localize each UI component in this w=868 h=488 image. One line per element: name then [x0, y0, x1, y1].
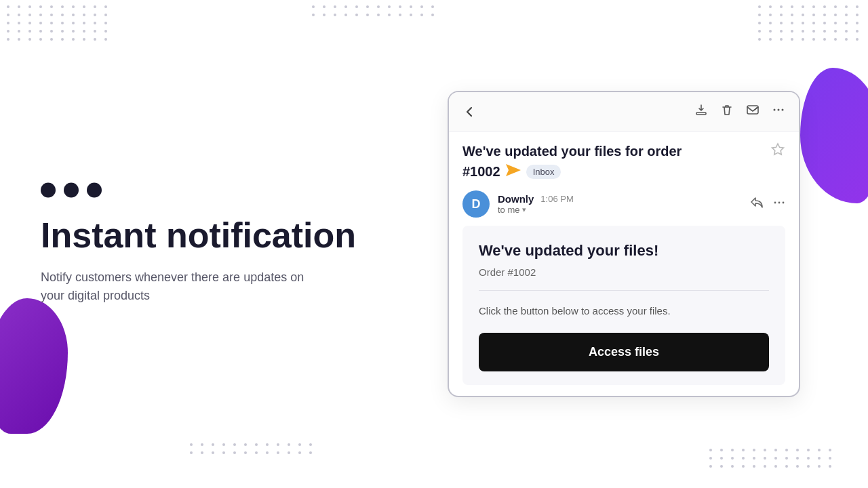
svg-marker-5 [506, 164, 521, 176]
dots-bottom-right [709, 449, 834, 468]
sender-actions [750, 197, 785, 212]
sender-info: Downly 1:06 PM to me ▾ [498, 193, 574, 215]
sender-name: Downly [498, 193, 534, 205]
dots-bottom-middle [190, 443, 315, 454]
big-dot-3 [87, 182, 102, 197]
sender-more-icon[interactable] [773, 197, 785, 212]
svg-rect-1 [747, 106, 758, 114]
back-button[interactable] [462, 105, 476, 119]
sub-text: Notify customers whenever there are upda… [41, 269, 326, 306]
dots-top-left [7, 5, 110, 41]
svg-point-3 [778, 109, 780, 111]
svg-rect-0 [696, 113, 706, 115]
inbox-badge: Inbox [526, 165, 561, 179]
email-card: We've updated your files for order #1002… [448, 91, 800, 397]
dots-top-middle [312, 5, 437, 16]
sender-time: 1:06 PM [540, 194, 573, 204]
svg-point-4 [782, 109, 784, 111]
blob-left [0, 298, 68, 434]
order-number: #1002 [462, 164, 500, 180]
dots-top-right [758, 5, 861, 41]
main-heading: Instant notification [41, 216, 380, 255]
avatar: D [462, 190, 490, 218]
star-icon[interactable] [770, 142, 785, 161]
email-body-description: Click the button below to access your fi… [479, 303, 769, 319]
subject-title: We've updated your files for order [462, 142, 770, 160]
sender-name-row: Downly 1:06 PM [498, 193, 574, 205]
forward-icon[interactable] [746, 103, 760, 120]
download-icon[interactable] [694, 103, 708, 120]
sender-left: D Downly 1:06 PM to me ▾ [462, 190, 574, 218]
blob-right [800, 68, 868, 203]
more-icon[interactable] [772, 103, 785, 120]
svg-point-2 [774, 109, 776, 111]
email-body-title: We've updated your files! [479, 242, 769, 260]
trash-icon[interactable] [720, 103, 734, 120]
big-dot-1 [41, 182, 56, 197]
to-me-label: to me [498, 205, 520, 215]
email-subject: We've updated your files for order #1002… [449, 131, 799, 185]
email-body-order: Order #1002 [479, 266, 769, 291]
email-body: We've updated your files! Order #1002 Cl… [462, 226, 785, 385]
send-icon [506, 164, 521, 180]
svg-point-8 [783, 201, 785, 203]
email-toolbar [449, 92, 799, 131]
to-me[interactable]: to me ▾ [498, 205, 574, 215]
reply-icon[interactable] [750, 197, 764, 212]
big-dot-2 [64, 182, 79, 197]
access-files-button[interactable]: Access files [479, 333, 769, 371]
subject-left: We've updated your files for order #1002… [462, 142, 770, 180]
sender-row: D Downly 1:06 PM to me ▾ [449, 185, 799, 226]
toolbar-icons [694, 103, 785, 120]
subject-tags: #1002 Inbox [462, 164, 770, 180]
svg-point-7 [778, 201, 781, 203]
svg-point-6 [774, 201, 776, 203]
left-content: Instant notification Notify customers wh… [41, 182, 380, 305]
big-dots-row [41, 182, 380, 197]
chevron-down-icon: ▾ [522, 205, 526, 214]
